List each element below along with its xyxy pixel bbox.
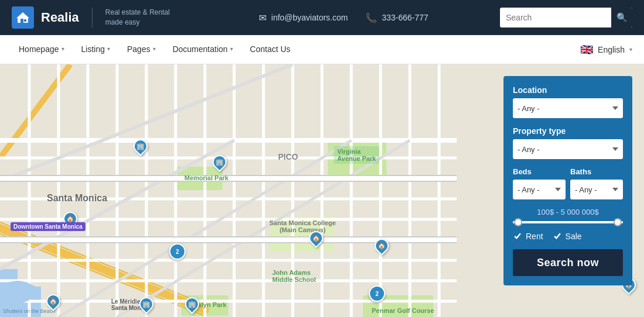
- beds-baths-row: Beds - Any - Baths - Any -: [513, 167, 623, 208]
- beds-label: Beds: [513, 167, 566, 176]
- nav-pages-label: Pages: [127, 44, 150, 54]
- map-marker-6[interactable]: 🏠: [375, 239, 389, 253]
- baths-label: Baths: [570, 167, 623, 176]
- nav-documentation-label: Documentation: [173, 44, 228, 54]
- search-panel: Location - Any - Property type - Any - B…: [503, 76, 632, 285]
- email-contact: ✉ info@byaviators.com: [259, 12, 348, 23]
- range-handle-right[interactable]: [614, 218, 622, 226]
- marker-bubble: 2: [169, 243, 186, 260]
- nav-item-contact-us[interactable]: Contact Us: [243, 35, 297, 64]
- marker-icon: 🏢: [210, 152, 229, 172]
- flag-icon: 🇬🇧: [580, 43, 593, 56]
- nav-item-pages[interactable]: Pages ▾: [120, 35, 163, 64]
- search-now-button[interactable]: Search now: [513, 249, 623, 276]
- language-label: English: [598, 45, 625, 54]
- chevron-down-icon: ▾: [629, 46, 632, 53]
- rent-checkbox-label[interactable]: Rent: [513, 232, 543, 241]
- chevron-down-icon: ▾: [107, 46, 110, 52]
- main-area: Shutters on the Beach Santa Monica PICO …: [0, 64, 644, 317]
- nav-item-documentation[interactable]: Documentation ▾: [166, 35, 240, 64]
- marker-icon: 🏢: [136, 294, 156, 314]
- price-range-label: 100$ - 5 000 000$: [513, 208, 623, 216]
- search-box[interactable]: 🔍: [500, 8, 632, 27]
- beds-field: Beds - Any -: [513, 167, 566, 199]
- sale-label: Sale: [566, 232, 582, 241]
- nav-left: Homepage ▾ Listing ▾ Pages ▾ Documentati…: [12, 35, 580, 64]
- svg-rect-2: [20, 19, 23, 23]
- logo-icon: [12, 6, 34, 29]
- marker-bubble: 2: [369, 285, 385, 302]
- email-address: info@byaviators.com: [271, 13, 348, 22]
- chevron-down-icon: ▾: [61, 46, 64, 52]
- svg-rect-3: [24, 19, 26, 22]
- nav-homepage-label: Homepage: [19, 44, 59, 54]
- rent-checkbox[interactable]: [513, 232, 522, 241]
- phone-number: 333-666-777: [382, 13, 428, 22]
- phone-contact: 📞 333-666-777: [365, 12, 428, 23]
- location-label: Location: [513, 85, 623, 95]
- svg-text:Shutters on the Beach: Shutters on the Beach: [3, 308, 55, 314]
- search-submit-button[interactable]: 🔍: [611, 8, 632, 27]
- location-select[interactable]: - Any -: [513, 98, 623, 118]
- navbar: Homepage ▾ Listing ▾ Pages ▾ Documentati…: [0, 35, 644, 64]
- map-marker-7[interactable]: 🏠: [46, 294, 60, 308]
- marker-icon: 🏠: [306, 228, 326, 248]
- svg-marker-1: [16, 12, 29, 18]
- nav-item-listing[interactable]: Listing ▾: [74, 35, 117, 64]
- baths-select[interactable]: - Any -: [570, 180, 623, 199]
- nav-listing-label: Listing: [81, 44, 105, 54]
- map-marker-3[interactable]: 2: [169, 243, 186, 260]
- map-marker-10[interactable]: 2: [369, 285, 385, 302]
- nav-item-homepage[interactable]: Homepage ▾: [12, 35, 71, 64]
- logo-area: Realia Real estate & Rentalmade easy: [12, 6, 170, 29]
- beds-select[interactable]: - Any -: [513, 180, 566, 199]
- logo-divider: [92, 8, 93, 27]
- svg-rect-7: [269, 216, 334, 251]
- downtown-badge: Downtown Santa Monica: [11, 222, 85, 231]
- marker-icon: 🏠: [43, 291, 63, 311]
- sale-checkbox[interactable]: [553, 232, 562, 241]
- email-icon: ✉: [259, 12, 266, 23]
- map-marker-8[interactable]: 🏢: [139, 297, 153, 311]
- chevron-down-icon: ▾: [230, 46, 233, 52]
- baths-field: Baths - Any -: [570, 167, 623, 199]
- logo-tagline: Real estate & Rentalmade easy: [105, 8, 170, 27]
- topbar: Realia Real estate & Rentalmade easy ✉ i…: [0, 0, 644, 35]
- marker-icon: 🏢: [182, 294, 202, 314]
- property-type-field: Property type - Any -: [513, 126, 623, 159]
- checkboxes-row: Rent Sale: [513, 232, 623, 241]
- phone-icon: 📞: [365, 12, 377, 23]
- range-track: [513, 221, 623, 223]
- property-type-label: Property type: [513, 126, 623, 136]
- rent-label: Rent: [526, 232, 543, 241]
- map-marker-9[interactable]: 🏢: [185, 297, 199, 311]
- map-marker-1[interactable]: 🏢: [133, 139, 148, 153]
- downtown-marker-group: Downtown Santa Monica: [11, 222, 85, 231]
- map-marker-2[interactable]: 🏢: [213, 155, 227, 169]
- logo-text: Realia: [41, 10, 79, 25]
- sale-checkbox-label[interactable]: Sale: [553, 232, 582, 241]
- marker-icon: 🏢: [131, 136, 150, 156]
- property-type-select[interactable]: - Any -: [513, 139, 623, 159]
- nav-right[interactable]: 🇬🇧 English ▾: [580, 43, 632, 56]
- nav-contact-label: Contact Us: [250, 44, 290, 54]
- marker-icon: 🏠: [372, 236, 392, 256]
- search-input[interactable]: [500, 13, 611, 22]
- chevron-down-icon: ▾: [153, 46, 156, 52]
- range-handle-left[interactable]: [514, 218, 522, 226]
- range-slider[interactable]: [513, 221, 623, 223]
- location-field: Location - Any -: [513, 85, 623, 118]
- contact-info: ✉ info@byaviators.com 📞 333-666-777: [187, 12, 500, 23]
- map-marker-5[interactable]: 🏠: [309, 231, 323, 245]
